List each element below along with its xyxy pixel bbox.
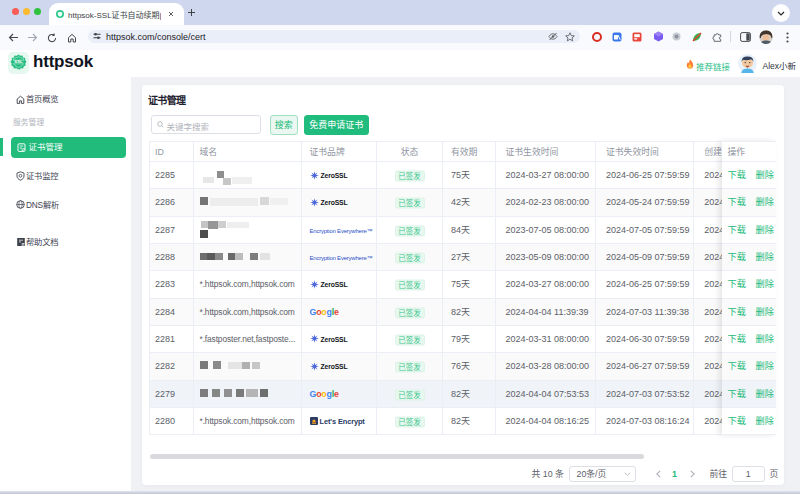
svg-text:SSL: SSL	[14, 59, 23, 64]
